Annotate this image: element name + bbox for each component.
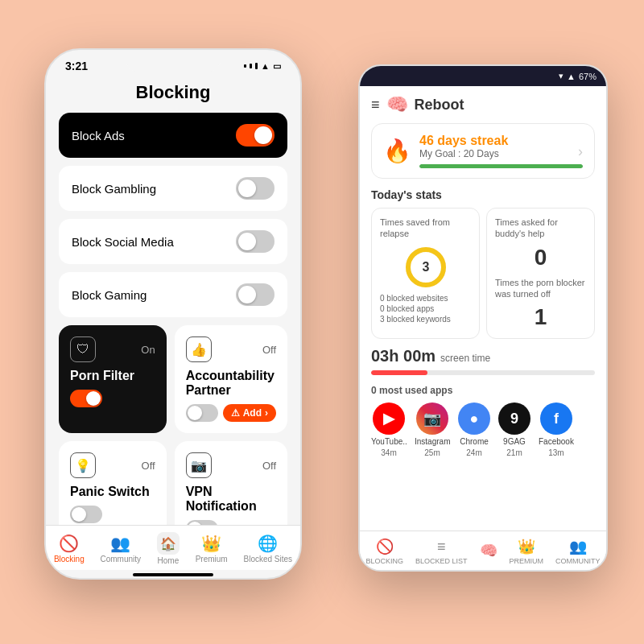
- notch: [125, 50, 221, 72]
- signal-bar-1: [244, 64, 246, 68]
- block-gambling-row: Block Gambling: [59, 166, 287, 211]
- toggle-knob: [238, 286, 256, 303]
- vpn-status: Off: [262, 460, 276, 472]
- panic-switch-card: 💡 Off Panic Switch: [59, 441, 167, 525]
- 9gag-name: 9GAG: [503, 437, 526, 446]
- nav-community[interactable]: 👥 Community: [101, 534, 142, 564]
- porn-filter-status: On: [141, 344, 155, 356]
- hamburger-icon[interactable]: ≡: [371, 97, 380, 114]
- community-nav-icon: 👥: [110, 534, 130, 553]
- android-blocking-label: BLOCKING: [365, 557, 403, 565]
- screen-time-section: 03h 00m screen time: [360, 342, 606, 380]
- facebook-icon: f: [540, 402, 572, 435]
- stats-section: Today's stats Times saved from relapse 3: [360, 185, 606, 342]
- screen-time-label: screen time: [440, 353, 490, 364]
- screen-time-fill: [371, 370, 427, 375]
- nav-community-label: Community: [101, 555, 142, 564]
- android-signal-icon: ▲: [567, 72, 576, 81]
- block-ads-toggle[interactable]: [236, 124, 275, 147]
- block-social-media-toggle[interactable]: [236, 230, 275, 253]
- status-time: 3:21: [65, 60, 88, 72]
- vpn-toggle[interactable]: [186, 520, 218, 525]
- facebook-time: 13m: [548, 448, 564, 457]
- toggle-knob: [188, 522, 202, 525]
- accountability-toggle-row: ⚠ Add ›: [186, 404, 276, 422]
- screen-time-row: 03h 00m screen time: [371, 347, 595, 365]
- screen-time-value: 03h 00m: [371, 347, 436, 365]
- apps-title: 0 most used apps: [371, 385, 595, 396]
- android-status-bar: ▾ ▲ 67%: [360, 66, 606, 86]
- right-phone: ▾ ▲ 67% ≡ 🧠 Reboot 🔥 46 days streak My G…: [358, 64, 608, 572]
- left-phone: 3:21 ▲ ▭ Blocking Block Ads Block Gambli…: [44, 48, 302, 580]
- home-nav-icon: 🏠: [157, 532, 180, 555]
- streak-card[interactable]: 🔥 46 days streak My Goal : 20 Days ›: [371, 123, 595, 179]
- android-bottom-nav: 🚫 BLOCKING ≡ BLOCKED LIST 🧠 👑 PREMIUM 👥 …: [360, 530, 606, 570]
- android-nav-community[interactable]: 👥 COMMUNITY: [555, 538, 601, 565]
- block-gambling-toggle[interactable]: [236, 177, 275, 200]
- buddy-help-label: Times asked for buddy's help: [495, 217, 586, 240]
- nav-home-label: Home: [158, 556, 180, 565]
- card-top: 🛡 On: [70, 336, 155, 362]
- block-gaming-label: Block Gaming: [72, 288, 147, 302]
- warn-icon: ⚠: [231, 407, 240, 419]
- stats-grid: Times saved from relapse 3 0 blocked web…: [371, 208, 595, 339]
- flame-icon: 🔥: [383, 138, 411, 164]
- android-wifi-icon: ▾: [559, 71, 564, 81]
- iphone-content: Blocking Block Ads Block Gambling Block …: [46, 76, 300, 525]
- chrome-time: 24m: [466, 448, 481, 457]
- instagram-name: Instagram: [415, 437, 450, 446]
- porn-filter-toggle-row: [70, 390, 155, 407]
- streak-progress-fill: [419, 164, 583, 168]
- android-content: ≡ 🧠 Reboot 🔥 46 days streak My Goal : 20…: [360, 86, 606, 530]
- porn-filter-toggle[interactable]: [70, 390, 102, 407]
- card-top: 📷 Off: [186, 452, 276, 478]
- accountability-icon: 👍: [186, 336, 212, 362]
- toggle-knob: [238, 180, 256, 197]
- streak-info: 46 days streak My Goal : 20 Days: [419, 134, 583, 168]
- panic-switch-toggle-row: [70, 506, 155, 523]
- android-nav-blocked-list[interactable]: ≡ BLOCKED LIST: [415, 539, 468, 565]
- feature-cards-grid: 🛡 On Porn Filter 👍 Off: [59, 325, 287, 525]
- donut-chart: 3: [403, 245, 448, 290]
- chevron-icon: ›: [265, 407, 268, 419]
- 9gag-time: 21m: [506, 448, 522, 457]
- panic-switch-toggle[interactable]: [70, 506, 102, 523]
- nav-blocking[interactable]: 🚫 Blocking: [54, 534, 85, 564]
- accountability-status: Off: [262, 344, 276, 356]
- accountability-toggle[interactable]: [186, 404, 218, 422]
- app-facebook: f Facebook 13m: [539, 402, 574, 457]
- app-youtube: ▶ YouTube... 34m: [371, 402, 407, 457]
- android-nav-home[interactable]: 🧠: [480, 542, 497, 561]
- android-community-icon: 👥: [569, 538, 587, 555]
- porn-filter-icon: 🛡: [70, 336, 96, 362]
- nav-home[interactable]: 🏠 Home: [157, 532, 180, 565]
- block-gaming-toggle[interactable]: [236, 283, 275, 306]
- porn-filter-card: 🛡 On Porn Filter: [59, 325, 167, 433]
- app-instagram: 📷 Instagram 25m: [415, 402, 450, 457]
- nav-blocked-sites[interactable]: 🌐 Blocked Sites: [243, 534, 292, 564]
- signal-bar-3: [255, 63, 258, 69]
- chrome-name: Chrome: [460, 437, 489, 446]
- blocker-off-value: 1: [495, 304, 586, 330]
- android-header: ≡ 🧠 Reboot: [360, 86, 606, 120]
- block-social-media-row: Block Social Media: [59, 219, 287, 264]
- nav-premium[interactable]: 👑 Premium: [196, 534, 228, 564]
- add-partner-button[interactable]: ⚠ Add ›: [223, 404, 276, 422]
- android-community-label: COMMUNITY: [555, 557, 601, 565]
- instagram-icon: 📷: [416, 402, 448, 435]
- app-name: Reboot: [415, 97, 464, 114]
- android-nav-blocking[interactable]: 🚫 BLOCKING: [365, 538, 403, 565]
- app-chrome: ● Chrome 24m: [458, 402, 490, 457]
- streak-progress-bar: [419, 164, 583, 168]
- android-blocked-list-label: BLOCKED LIST: [415, 557, 468, 565]
- android-battery: 67%: [579, 72, 597, 81]
- facebook-name: Facebook: [539, 437, 574, 446]
- times-saved-label: Times saved from relapse: [380, 217, 471, 240]
- toggle-knob: [188, 406, 202, 420]
- youtube-icon: ▶: [373, 402, 405, 435]
- blocked-sub: 0 blocked websites0 blocked apps3 blocke…: [380, 293, 471, 324]
- nav-premium-label: Premium: [196, 555, 228, 564]
- android-nav-premium[interactable]: 👑 PREMIUM: [509, 538, 543, 565]
- block-gaming-row: Block Gaming: [59, 272, 287, 317]
- add-label: Add: [243, 407, 262, 419]
